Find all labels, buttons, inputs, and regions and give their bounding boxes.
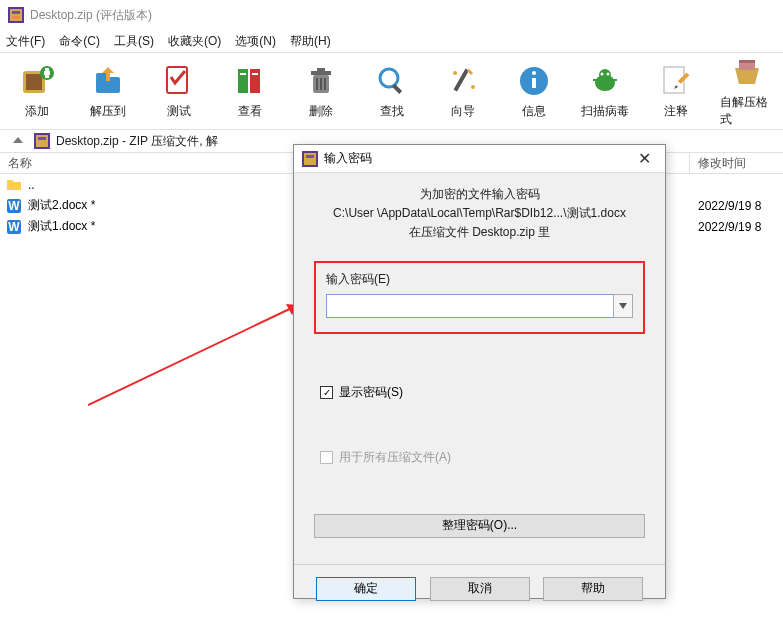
menu-help[interactable]: 帮助(H): [290, 33, 331, 50]
svg-point-29: [532, 71, 536, 75]
svg-rect-50: [304, 153, 316, 165]
docx-icon: W: [6, 198, 22, 214]
tool-delete[interactable]: 删除: [294, 63, 347, 120]
tool-test[interactable]: 测试: [152, 63, 205, 120]
svg-point-35: [606, 72, 609, 75]
svg-point-26: [471, 85, 475, 89]
password-dropdown-icon[interactable]: [613, 294, 633, 318]
tool-comment[interactable]: 注释: [649, 63, 702, 120]
menu-command[interactable]: 命令(C): [59, 33, 100, 50]
tool-extract[interactable]: 解压到: [81, 63, 134, 120]
svg-rect-41: [36, 135, 48, 147]
svg-rect-20: [320, 78, 322, 90]
menu-tools[interactable]: 工具(S): [114, 33, 154, 50]
svg-rect-33: [613, 79, 617, 81]
tool-info[interactable]: 信息: [507, 63, 560, 120]
col-header-time[interactable]: 修改时间: [690, 153, 783, 173]
tool-scan[interactable]: 扫描病毒: [578, 63, 631, 120]
window-titlebar: Desktop.zip (评估版本): [0, 0, 783, 30]
svg-rect-8: [45, 68, 49, 78]
svg-rect-5: [26, 74, 42, 90]
tool-wizard[interactable]: 向导: [436, 63, 489, 120]
svg-rect-19: [316, 78, 318, 90]
svg-rect-13: [250, 69, 260, 93]
dialog-titlebar: 输入密码 ✕: [294, 145, 665, 173]
dialog-title: 输入密码: [324, 150, 372, 167]
svg-text:W: W: [8, 199, 20, 213]
show-password-checkbox[interactable]: ✓ 显示密码(S): [320, 384, 645, 401]
ok-button[interactable]: 确定: [316, 577, 416, 601]
menu-options[interactable]: 选项(N): [235, 33, 276, 50]
checkbox-checked-icon: ✓: [320, 386, 333, 399]
svg-rect-15: [252, 73, 258, 75]
folder-icon: [6, 177, 22, 193]
svg-rect-12: [238, 69, 248, 93]
svg-rect-18: [317, 68, 325, 72]
svg-point-25: [453, 71, 457, 75]
svg-rect-42: [38, 137, 46, 140]
help-button[interactable]: 帮助: [543, 577, 643, 601]
password-label: 输入密码(E): [326, 271, 633, 288]
svg-point-31: [599, 69, 611, 81]
password-input[interactable]: [326, 294, 613, 318]
menubar: 文件(F) 命令(C) 工具(S) 收藏夹(O) 选项(N) 帮助(H): [0, 30, 783, 52]
password-dialog: 输入密码 ✕ 为加密的文件输入密码 C:\User \AppData\Local…: [293, 144, 666, 599]
path-text[interactable]: Desktop.zip - ZIP 压缩文件, 解: [56, 133, 218, 150]
password-input-highlight: 输入密码(E): [314, 261, 645, 334]
close-icon[interactable]: ✕: [632, 149, 657, 168]
svg-rect-51: [306, 155, 314, 158]
menu-file[interactable]: 文件(F): [6, 33, 45, 50]
checkbox-unchecked-icon: [320, 451, 333, 464]
nav-up-icon[interactable]: [8, 132, 28, 150]
svg-rect-2: [12, 11, 20, 14]
all-archives-checkbox: 用于所有压缩文件(A): [320, 449, 645, 466]
app-icon: [302, 151, 318, 167]
dialog-message: 为加密的文件输入密码 C:\User \AppData\Local\Temp\R…: [314, 185, 645, 243]
tool-sfx[interactable]: 自解压格式: [720, 54, 773, 128]
separator: [294, 564, 665, 565]
svg-text:W: W: [8, 220, 20, 234]
toolbar: 添加 解压到 测试 查看 删除 查找 向导 信息 扫描病毒 注释 自解压格式: [0, 52, 783, 130]
svg-rect-23: [392, 84, 402, 94]
svg-point-34: [600, 72, 603, 75]
app-icon: [8, 7, 24, 23]
window-title: Desktop.zip (评估版本): [30, 7, 152, 24]
tool-find[interactable]: 查找: [365, 63, 418, 120]
tool-view[interactable]: 查看: [223, 63, 276, 120]
tool-add[interactable]: 添加: [10, 63, 63, 120]
cancel-button[interactable]: 取消: [430, 577, 530, 601]
archive-icon: [34, 133, 50, 149]
svg-rect-32: [593, 79, 597, 81]
docx-icon: W: [6, 219, 22, 235]
svg-rect-14: [240, 73, 246, 75]
menu-favorites[interactable]: 收藏夹(O): [168, 33, 221, 50]
svg-rect-1: [10, 9, 22, 21]
organize-passwords-button[interactable]: 整理密码(O)...: [314, 514, 645, 538]
svg-rect-21: [324, 78, 326, 90]
svg-rect-28: [532, 78, 536, 88]
svg-rect-39: [739, 60, 755, 63]
svg-rect-3: [12, 16, 20, 19]
